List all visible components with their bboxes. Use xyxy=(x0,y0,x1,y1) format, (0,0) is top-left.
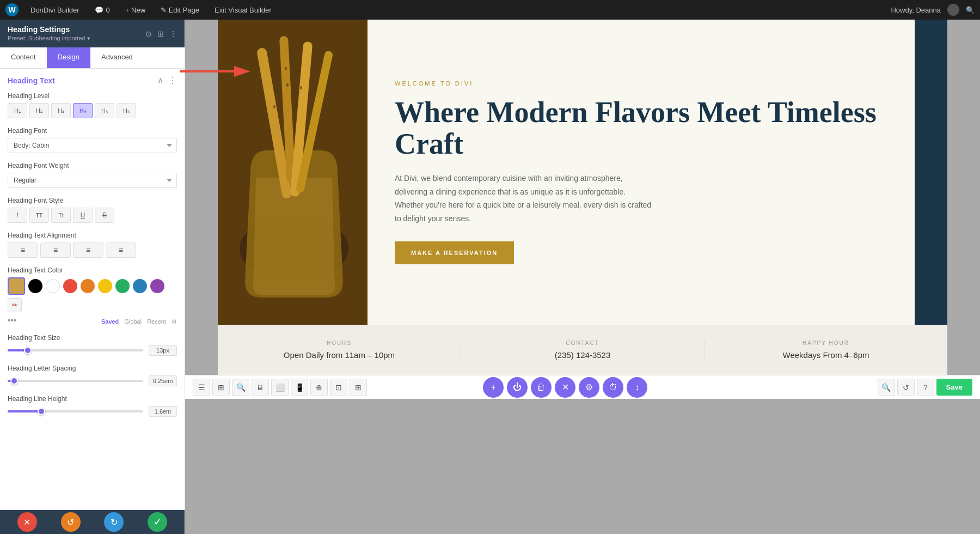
h1-button[interactable]: H₁ xyxy=(8,103,27,118)
h2-button[interactable]: H₂ xyxy=(29,103,49,118)
text-size-slider-row: 13px xyxy=(8,345,177,356)
capitalize-button[interactable]: Tt xyxy=(51,208,71,223)
h4-button[interactable]: H₄ xyxy=(73,103,93,118)
power-circle[interactable]: ⏻ xyxy=(507,377,528,398)
color-settings-icon[interactable]: ⚙ xyxy=(171,318,177,325)
toolbar-wireframe[interactable]: ⊕ xyxy=(310,379,328,396)
toolbar-grid2[interactable]: ⊞ xyxy=(350,379,367,396)
redo-button[interactable]: ↻ xyxy=(104,512,124,532)
color-picker-button[interactable]: ✏ xyxy=(8,298,22,312)
line-height-slider-track[interactable] xyxy=(8,410,143,412)
color-purple[interactable] xyxy=(150,279,164,293)
color-green[interactable] xyxy=(115,279,130,293)
toolbar-mobile[interactable]: 📱 xyxy=(291,379,308,396)
delete-circle[interactable]: 🗑 xyxy=(531,377,552,398)
settings-circle[interactable]: ⚙ xyxy=(579,377,599,398)
comment-count: 0 xyxy=(106,6,110,14)
new-link[interactable]: + New xyxy=(122,6,149,14)
heading-font-label: Heading Font xyxy=(8,127,177,135)
save-button[interactable]: Save xyxy=(936,379,972,396)
contact-label: CONTACT xyxy=(472,340,693,346)
page-canvas: WELCOME TO DIVI Where Modern Flavors Mee… xyxy=(185,20,980,534)
h3-button[interactable]: H₃ xyxy=(51,103,71,118)
history-circle[interactable]: ⏱ xyxy=(603,377,623,398)
confirm-button[interactable]: ✓ xyxy=(148,512,167,532)
color-white[interactable] xyxy=(46,279,60,293)
underline-button[interactable]: U xyxy=(73,208,93,223)
toolbar-desktop[interactable]: 🖥 xyxy=(252,379,269,396)
section-more-icon[interactable]: ⋮ xyxy=(168,75,177,86)
tab-content[interactable]: Content xyxy=(0,47,47,68)
exit-builder-link[interactable]: Exit Visual Builder xyxy=(211,6,275,14)
toolbar-tablet[interactable]: ⬜ xyxy=(271,379,289,396)
tab-advanced[interactable]: Advanced xyxy=(90,47,144,68)
letter-spacing-slider-track[interactable] xyxy=(8,380,143,382)
panel-preset[interactable]: Preset: Subheading imported ▾ xyxy=(8,35,90,42)
color-tabs: Saved Global Recent ⚙ xyxy=(101,318,177,325)
search-icon[interactable]: 🔍 xyxy=(966,6,975,14)
text-size-value[interactable]: 13px xyxy=(149,345,177,356)
h5-button[interactable]: H₅ xyxy=(95,103,114,118)
panel-icon-more[interactable]: ⋮ xyxy=(169,29,177,38)
align-center-button[interactable]: ≡ xyxy=(40,242,71,258)
panel-icon-search[interactable]: ⊙ xyxy=(145,29,152,38)
heading-text-size-group: Heading Text Size 13px xyxy=(8,334,177,356)
letter-spacing-slider-thumb[interactable] xyxy=(10,377,18,385)
heading-letter-spacing-group: Heading Letter Spacing 0.25em xyxy=(8,365,177,386)
undo-button[interactable]: ↺ xyxy=(61,512,81,532)
color-blue[interactable] xyxy=(133,279,147,293)
toolbar-zoom[interactable]: 🔍 xyxy=(878,379,895,396)
happy-hour-value: Weekdays From 4–6pm xyxy=(715,350,936,360)
more-colors-button[interactable]: ••• xyxy=(8,315,17,325)
section-collapse-icon[interactable]: ∧ xyxy=(157,75,164,86)
svg-marker-1 xyxy=(234,66,250,77)
add-circle[interactable]: + xyxy=(483,377,504,398)
reorder-circle[interactable]: ↕ xyxy=(627,377,647,398)
global-colors-tab[interactable]: Global xyxy=(124,318,142,325)
toolbar-settings2[interactable]: ↺ xyxy=(897,379,915,396)
toolbar-grid[interactable]: ⊞ xyxy=(212,379,230,396)
toolbar-hamburger[interactable]: ☰ xyxy=(193,379,210,396)
hero-content: WELCOME TO DIVI Where Modern Flavors Mee… xyxy=(367,20,915,325)
heading-font-select[interactable]: Body: Cabin xyxy=(8,138,177,153)
cancel-button[interactable]: ✕ xyxy=(17,512,37,532)
text-size-slider-thumb[interactable] xyxy=(24,347,32,354)
heading-font-weight-select[interactable]: Regular xyxy=(8,173,177,188)
heading-text-size-label: Heading Text Size xyxy=(8,334,177,342)
toolbar-help[interactable]: ? xyxy=(917,379,934,396)
toolbar-search[interactable]: 🔍 xyxy=(232,379,249,396)
line-height-value[interactable]: 1.6em xyxy=(149,406,177,417)
text-size-slider-track[interactable] xyxy=(8,349,143,351)
align-right-button[interactable]: ≡ xyxy=(73,242,103,258)
site-name-link[interactable]: DonDivi Builder xyxy=(27,6,83,14)
color-yellow[interactable] xyxy=(98,279,112,293)
italic-button[interactable]: I xyxy=(8,208,27,223)
color-red[interactable] xyxy=(63,279,77,293)
selected-color-swatch[interactable] xyxy=(8,277,25,295)
letter-spacing-value[interactable]: 0.25em xyxy=(149,375,177,386)
saved-colors-tab[interactable]: Saved xyxy=(101,318,119,325)
comment-icon: 💬 xyxy=(95,6,103,14)
edit-page-link[interactable]: ✎ Edit Page xyxy=(157,6,203,14)
tab-design[interactable]: Design xyxy=(47,47,90,68)
align-left-button[interactable]: ≡ xyxy=(8,242,38,258)
panel-header: Heading Settings Preset: Subheading impo… xyxy=(0,20,185,47)
wp-logo[interactable]: W xyxy=(5,3,19,16)
color-black[interactable] xyxy=(28,279,42,293)
close-circle[interactable]: ✕ xyxy=(555,377,575,398)
h6-button[interactable]: H₆ xyxy=(117,103,136,118)
cta-button[interactable]: MAKE A RESERVATION xyxy=(395,241,514,264)
user-avatar[interactable] xyxy=(947,4,959,16)
line-height-slider-thumb[interactable] xyxy=(38,408,45,415)
heading-text-alignment-group: Heading Text Alignment ≡ ≡ ≡ ≡ xyxy=(8,232,177,258)
strikethrough-button[interactable]: S xyxy=(95,208,114,223)
toolbar-columns[interactable]: ⊡ xyxy=(330,379,347,396)
comments-link[interactable]: 💬 0 xyxy=(91,6,113,14)
hero-body: At Divi, we blend contemporary cuisine w… xyxy=(395,172,656,225)
panel-icon-layout[interactable]: ⊞ xyxy=(157,29,164,38)
align-justify-button[interactable]: ≡ xyxy=(106,242,136,258)
heading-font-weight-group: Heading Font Weight Regular xyxy=(8,162,177,188)
recent-colors-tab[interactable]: Recent xyxy=(147,318,166,325)
color-orange[interactable] xyxy=(81,279,95,293)
uppercase-button[interactable]: TT xyxy=(29,208,49,223)
